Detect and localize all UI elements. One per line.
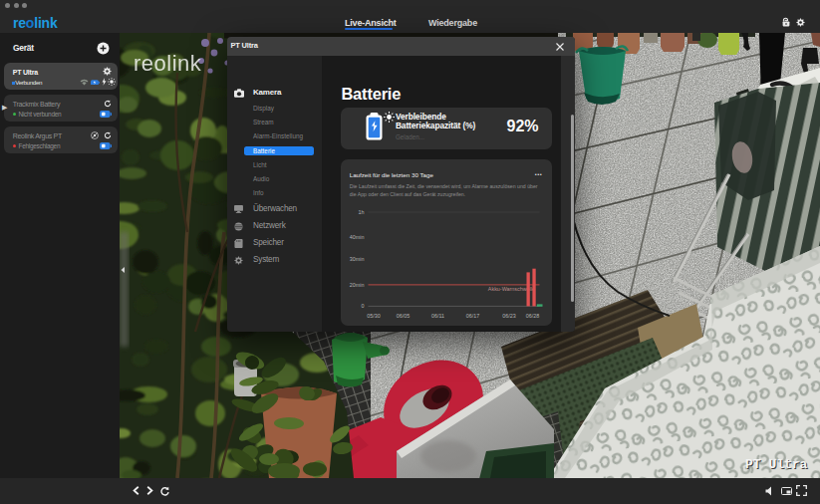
svg-text:30min: 30min — [349, 255, 364, 261]
svg-text:06/28: 06/28 — [525, 313, 539, 319]
svg-text:40min: 40min — [349, 233, 364, 239]
svg-text:PT Ultra: PT Ultra — [745, 457, 808, 472]
svg-text:06/23: 06/23 — [502, 313, 516, 319]
svg-text:05/30: 05/30 — [367, 313, 381, 319]
svg-text:06/05: 06/05 — [396, 313, 410, 319]
svg-text:0: 0 — [361, 302, 364, 308]
svg-text:20min: 20min — [349, 282, 364, 288]
svg-text:1h: 1h — [358, 209, 364, 215]
svg-text:06/11: 06/11 — [430, 313, 443, 319]
svg-text:reolink: reolink — [134, 51, 202, 76]
svg-text:06/17: 06/17 — [465, 313, 479, 319]
